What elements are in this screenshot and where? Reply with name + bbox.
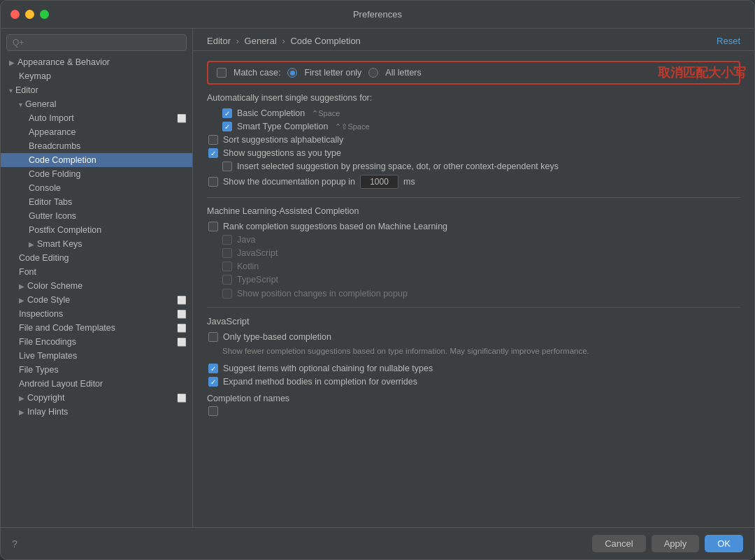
basic-completion-row: Basic Completion ⌃Space bbox=[207, 108, 740, 118]
ml-java-checkbox[interactable] bbox=[222, 235, 232, 245]
all-letters-radio[interactable] bbox=[368, 68, 378, 78]
sidebar-item-general[interactable]: ▾General bbox=[1, 97, 192, 111]
sidebar-item-label: Inlay Hints bbox=[27, 407, 68, 417]
help-button[interactable]: ? bbox=[12, 538, 17, 550]
sidebar-item-copyright[interactable]: ▶Copyright⬜ bbox=[1, 391, 192, 405]
chevron-icon: ▾ bbox=[19, 101, 22, 108]
sort-alpha-checkbox[interactable] bbox=[208, 135, 218, 145]
chevron-icon: ▶ bbox=[19, 394, 24, 402]
ml-js-label: JavaScript bbox=[237, 248, 278, 258]
sidebar-item-file-code-templates[interactable]: File and Code Templates⬜ bbox=[1, 321, 192, 335]
sidebar-item-code-style[interactable]: ▶Code Style⬜ bbox=[1, 293, 192, 307]
insert-selected-row: Insert selected suggestion by pressing s… bbox=[207, 161, 740, 171]
breadcrumb-part3: Code Completion bbox=[290, 36, 360, 46]
sidebar-item-label: Appearance & Behavior bbox=[17, 57, 110, 67]
sidebar-item-font[interactable]: Font bbox=[1, 265, 192, 279]
sidebar-item-label: Code Completion bbox=[29, 155, 96, 165]
chevron-icon: ▶ bbox=[19, 408, 24, 416]
sidebar-item-inspections[interactable]: Inspections⬜ bbox=[1, 307, 192, 321]
sidebar-item-label: File Types bbox=[19, 365, 59, 375]
match-case-checkbox[interactable] bbox=[217, 68, 226, 78]
show-doc-popup-label: Show the documentation popup in bbox=[223, 177, 355, 187]
sidebar-item-code-completion[interactable]: Code Completion bbox=[1, 153, 192, 167]
smart-type-checkbox[interactable] bbox=[222, 122, 232, 131]
ml-java-row: Java bbox=[207, 235, 740, 245]
close-button[interactable] bbox=[10, 10, 20, 19]
js-expand-checkbox[interactable] bbox=[208, 377, 218, 387]
main-content: ▶Appearance & BehaviorKeymap▾Editor▾Gene… bbox=[1, 29, 754, 527]
ml-kotlin-checkbox[interactable] bbox=[222, 261, 232, 271]
show-doc-popup-checkbox[interactable] bbox=[208, 177, 218, 187]
maximize-button[interactable] bbox=[40, 10, 49, 19]
sidebar-item-keymap[interactable]: Keymap bbox=[1, 69, 192, 83]
first-letter-radio[interactable] bbox=[287, 68, 297, 78]
sidebar-item-console[interactable]: Console bbox=[1, 181, 192, 195]
ml-position-checkbox[interactable] bbox=[222, 289, 232, 299]
sidebar-item-label: File Encodings bbox=[19, 337, 76, 347]
ml-java-label: Java bbox=[237, 235, 255, 245]
show-suggestions-checkbox[interactable] bbox=[208, 148, 218, 158]
js-optional-chaining-checkbox[interactable] bbox=[208, 364, 218, 373]
ml-rank-checkbox[interactable] bbox=[208, 222, 218, 231]
js-optional-chaining-row: Suggest items with optional chaining for… bbox=[207, 364, 740, 373]
js-section-title: JavaScript bbox=[207, 316, 740, 326]
ml-kotlin-label: Kotlin bbox=[237, 261, 259, 271]
breadcrumb-part2: General bbox=[245, 36, 277, 46]
minimize-button[interactable] bbox=[25, 10, 34, 19]
sidebar-item-label: Android Layout Editor bbox=[19, 379, 103, 389]
sidebar-item-inlay-hints[interactable]: ▶Inlay Hints bbox=[1, 405, 192, 419]
ml-typescript-label: TypeScript bbox=[237, 275, 278, 285]
sidebar-item-postfix-completion[interactable]: Postfix Completion bbox=[1, 223, 192, 237]
smart-type-shortcut: ⌃⇧Space bbox=[335, 122, 369, 131]
insert-selected-checkbox[interactable] bbox=[222, 161, 232, 171]
content-header: Editor › General › Code Completion Reset bbox=[193, 29, 754, 51]
ml-typescript-checkbox[interactable] bbox=[222, 275, 232, 285]
sidebar-item-android-layout-editor[interactable]: Android Layout Editor bbox=[1, 377, 192, 391]
copy-icon: ⬜ bbox=[177, 296, 187, 305]
js-type-based-checkbox[interactable] bbox=[208, 332, 218, 342]
sidebar-item-code-editing[interactable]: Code Editing bbox=[1, 251, 192, 265]
insert-selected-label: Insert selected suggestion by pressing s… bbox=[237, 161, 559, 171]
sidebar-item-editor[interactable]: ▾Editor bbox=[1, 83, 192, 97]
ml-section-title: Machine Learning-Assisted Completion bbox=[207, 206, 740, 216]
chevron-icon: ▶ bbox=[29, 240, 34, 248]
content-area: Editor › General › Code Completion Reset… bbox=[193, 29, 754, 527]
ok-button[interactable]: OK bbox=[705, 535, 743, 552]
chevron-icon: ▶ bbox=[19, 296, 24, 304]
copy-icon: ⬜ bbox=[177, 394, 187, 403]
sidebar-item-live-templates[interactable]: Live Templates bbox=[1, 349, 192, 363]
ml-js-checkbox[interactable] bbox=[222, 248, 232, 258]
sidebar-item-file-types[interactable]: File Types bbox=[1, 363, 192, 377]
copy-icon: ⬜ bbox=[177, 338, 187, 347]
completion-names-checkbox[interactable] bbox=[208, 406, 218, 416]
window-controls bbox=[10, 10, 49, 19]
sidebar-item-label: Live Templates bbox=[19, 351, 77, 361]
sidebar-item-appearance[interactable]: Appearance bbox=[1, 125, 192, 139]
sidebar-item-breadcrumbs[interactable]: Breadcrumbs bbox=[1, 139, 192, 153]
first-letter-label: First letter only bbox=[304, 68, 361, 78]
breadcrumb-part1: Editor bbox=[207, 36, 231, 46]
sidebar-item-gutter-icons[interactable]: Gutter Icons bbox=[1, 209, 192, 223]
sidebar-item-label: Copyright bbox=[27, 393, 65, 403]
sidebar-item-smart-keys[interactable]: ▶Smart Keys bbox=[1, 237, 192, 251]
copy-icon: ⬜ bbox=[177, 114, 187, 123]
ml-rank-row: Rank completion suggestions based on Mac… bbox=[207, 222, 740, 231]
annotation-text: 取消匹配大小写 bbox=[658, 64, 746, 81]
sidebar-item-appearance-behavior[interactable]: ▶Appearance & Behavior bbox=[1, 55, 192, 69]
sidebar-item-editor-tabs[interactable]: Editor Tabs bbox=[1, 195, 192, 209]
match-case-section: Match case: First letter only All letter… bbox=[207, 61, 740, 85]
search-input[interactable] bbox=[6, 34, 187, 51]
sidebar-item-auto-import[interactable]: Auto Import⬜ bbox=[1, 111, 192, 125]
match-case-label: Match case: bbox=[233, 68, 280, 78]
apply-button[interactable]: Apply bbox=[652, 535, 700, 552]
reset-button[interactable]: Reset bbox=[717, 36, 740, 46]
doc-popup-ms-input[interactable] bbox=[360, 175, 398, 189]
cancel-button[interactable]: Cancel bbox=[592, 535, 645, 552]
basic-completion-checkbox[interactable] bbox=[222, 108, 232, 118]
section-divider-2 bbox=[207, 307, 740, 308]
sidebar-item-color-scheme[interactable]: ▶Color Scheme bbox=[1, 279, 192, 293]
sidebar-item-code-folding[interactable]: Code Folding bbox=[1, 167, 192, 181]
sidebar-item-file-encodings[interactable]: File Encodings⬜ bbox=[1, 335, 192, 349]
sidebar-item-label: Code Folding bbox=[29, 169, 80, 179]
smart-type-label: Smart Type Completion bbox=[237, 122, 328, 131]
